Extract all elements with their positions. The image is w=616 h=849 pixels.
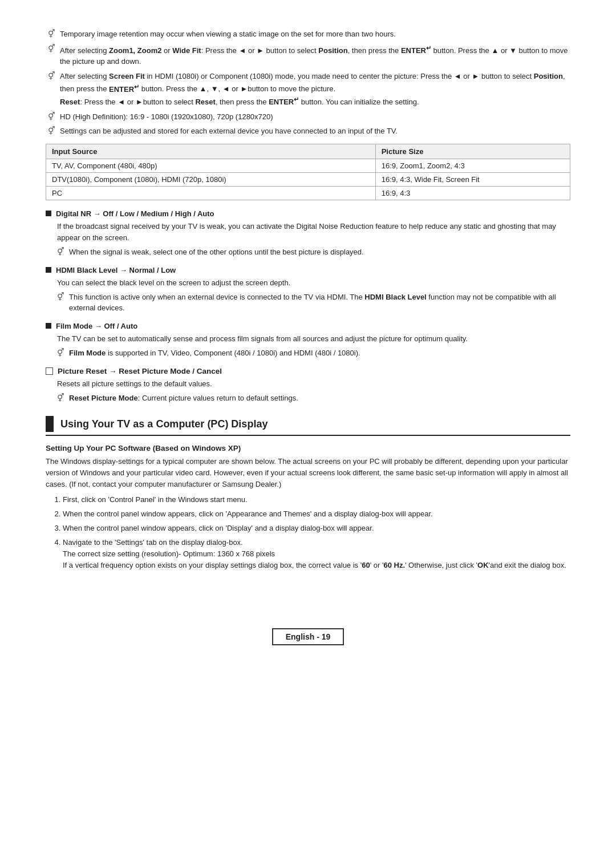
main-section: Using Your TV as a Computer (PC) Display xyxy=(46,416,570,436)
note-icon-2: ⚥ xyxy=(48,44,55,53)
notes-section: ⚥ Temporary image retention may occur wh… xyxy=(46,29,570,137)
note-text-3: After selecting Screen Fit in HDMI (1080… xyxy=(60,71,570,108)
hdmi-black-note-text: This function is active only when an ext… xyxy=(69,292,570,314)
digital-nr-title: Digital NR → Off / Low / Medium / High /… xyxy=(56,209,214,218)
input-source-table: Input Source Picture Size TV, AV, Compon… xyxy=(46,144,570,200)
table-cell: TV, AV, Component (480i, 480p) xyxy=(46,159,376,172)
pc-step-4-sub1: The correct size setting (resolution)- O… xyxy=(63,549,275,558)
table-cell: 16:9, Zoom1, Zoom2, 4:3 xyxy=(375,159,570,172)
table-cell: 16:9, 4:3 xyxy=(375,186,570,200)
digital-nr-note-icon: ⚥ xyxy=(57,247,64,256)
note-icon-5: ⚥ xyxy=(48,126,55,135)
pc-step-2: When the control panel window appears, c… xyxy=(63,508,570,520)
note-item-3: ⚥ After selecting Screen Fit in HDMI (10… xyxy=(46,71,570,108)
pc-step-4-text: Navigate to the 'Settings' tab on the di… xyxy=(63,538,243,547)
table-row: PC 16:9, 4:3 xyxy=(46,186,570,200)
black-square-icon xyxy=(46,211,51,216)
note-item-1: ⚥ Temporary image retention may occur wh… xyxy=(46,29,570,40)
note-text-1: Temporary image retention may occur when… xyxy=(60,29,396,40)
main-section-bar xyxy=(46,416,54,432)
picture-reset-note-text: Reset Picture Mode: Current picture valu… xyxy=(69,393,298,404)
note-item-5: ⚥ Settings can be adjusted and stored fo… xyxy=(46,126,570,137)
table-cell: DTV(1080i), Component (1080i), HDMI (720… xyxy=(46,172,376,186)
pc-step-4-sub2: If a vertical frequency option exists on… xyxy=(63,561,566,569)
main-section-title: Using Your TV as a Computer (PC) Display xyxy=(60,418,268,430)
note-item-4: ⚥ HD (High Definition): 16:9 - 1080i (19… xyxy=(46,111,570,123)
pc-setup-heading: Setting Up Your PC Software (Based on Wi… xyxy=(46,444,570,452)
footer-text: English - 19 xyxy=(286,632,331,641)
note-item-2: ⚥ After selecting Zoom1, Zoom2 or Wide F… xyxy=(46,43,570,67)
note-text-2: After selecting Zoom1, Zoom2 or Wide Fit… xyxy=(60,43,570,67)
film-mode-note-text: Film Mode is supported in TV, Video, Com… xyxy=(69,347,360,359)
pc-step-1: First, click on 'Control Panel' in the W… xyxy=(63,494,570,506)
digital-nr-heading: Digital NR → Off / Low / Medium / High /… xyxy=(46,209,570,218)
footer-box: English - 19 xyxy=(272,628,345,645)
film-mode-note: ⚥ Film Mode is supported in TV, Video, C… xyxy=(46,347,570,359)
table-header-picture: Picture Size xyxy=(375,144,570,159)
table-row: TV, AV, Component (480i, 480p) 16:9, Zoo… xyxy=(46,159,570,172)
hdmi-black-note-icon: ⚥ xyxy=(57,292,64,301)
picture-reset-para: Resets all picture settings to the defau… xyxy=(46,378,570,390)
picture-reset-title: Picture Reset → Reset Picture Mode / Can… xyxy=(58,367,222,375)
hdmi-black-note: ⚥ This function is active only when an e… xyxy=(46,292,570,314)
film-mode-title: Film Mode → Off / Auto xyxy=(56,322,137,330)
table-header-input: Input Source xyxy=(46,144,376,159)
note-icon-3: ⚥ xyxy=(48,71,55,80)
digital-nr-note-text: When the signal is weak, select one of t… xyxy=(69,246,364,258)
black-square-icon-3 xyxy=(46,323,51,329)
table-cell: PC xyxy=(46,186,376,200)
hdmi-black-para: You can select the black level on the sc… xyxy=(46,277,570,289)
footer: English - 19 xyxy=(46,628,570,645)
pc-step-4: Navigate to the 'Settings' tab on the di… xyxy=(63,537,570,571)
table-cell: 16:9, 4:3, Wide Fit, Screen Fit xyxy=(375,172,570,186)
note-icon-1: ⚥ xyxy=(48,29,55,38)
picture-reset-heading: Picture Reset → Reset Picture Mode / Can… xyxy=(46,367,570,375)
pc-step-3: When the control panel window appears, c… xyxy=(63,523,570,534)
digital-nr-para: If the broadcast signal received by your… xyxy=(46,221,570,244)
hdmi-black-heading: HDMI Black Level → Normal / Low xyxy=(46,266,570,274)
table-row: DTV(1080i), Component (1080i), HDMI (720… xyxy=(46,172,570,186)
picture-reset-note-icon: ⚥ xyxy=(57,393,64,402)
black-square-icon-2 xyxy=(46,267,51,273)
picture-reset-note: ⚥ Reset Picture Mode: Current picture va… xyxy=(46,393,570,404)
film-mode-note-icon: ⚥ xyxy=(57,348,64,357)
pc-setup-intro: The Windows display-settings for a typic… xyxy=(46,456,570,490)
film-mode-para: The TV can be set to automatically sense… xyxy=(46,333,570,345)
pc-setup-steps: First, click on 'Control Panel' in the W… xyxy=(57,494,570,572)
film-mode-heading: Film Mode → Off / Auto xyxy=(46,322,570,330)
note-icon-4: ⚥ xyxy=(48,112,55,121)
checkbox-icon xyxy=(46,367,53,375)
note-text-5: Settings can be adjusted and stored for … xyxy=(60,126,398,137)
note-text-4: HD (High Definition): 16:9 - 1080i (1920… xyxy=(60,111,273,123)
digital-nr-note: ⚥ When the signal is weak, select one of… xyxy=(46,246,570,258)
hdmi-black-title: HDMI Black Level → Normal / Low xyxy=(56,266,176,274)
